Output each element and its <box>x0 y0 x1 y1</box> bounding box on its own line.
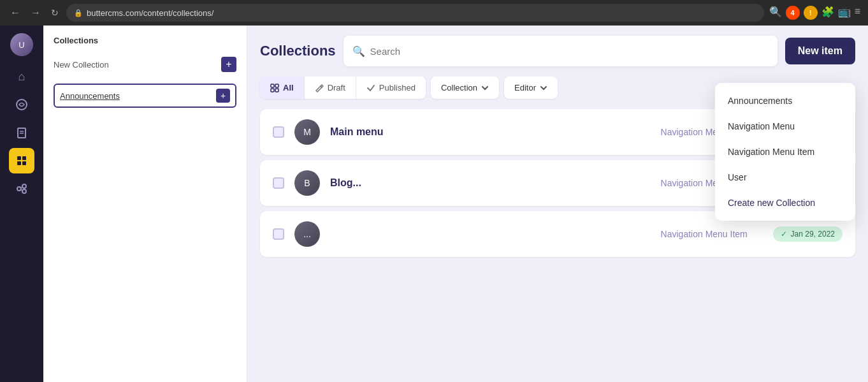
dropdown-item-announcements[interactable]: Announcements <box>715 88 855 114</box>
cast-icon: 📺 <box>838 6 851 20</box>
sidebar-item-pages[interactable] <box>9 120 34 145</box>
sidebar-icons: U ⌂ <box>0 26 43 382</box>
new-collection-add-button[interactable]: + <box>221 57 236 72</box>
editor-filter-label: Editor <box>514 83 536 92</box>
dropdown-item-create-collection[interactable]: Create new Collection <box>715 190 855 216</box>
forward-button[interactable]: → <box>28 4 43 21</box>
back-button[interactable]: ← <box>8 4 23 21</box>
sidebar-item-blog[interactable] <box>9 92 34 117</box>
chevron-down-icon-2 <box>540 84 547 92</box>
svg-point-0 <box>17 99 27 110</box>
row-avatar-inner-2: B <box>294 170 320 196</box>
row-checkbox-3[interactable] <box>273 228 284 240</box>
collection-item-label[interactable]: Announcements <box>60 91 120 101</box>
all-icon <box>270 84 279 92</box>
row-checkbox-2[interactable] <box>273 177 284 189</box>
svg-rect-6 <box>17 161 21 165</box>
draft-icon <box>315 84 324 92</box>
row-avatar-2: B <box>294 170 320 196</box>
published-icon <box>366 84 375 92</box>
row-title-1[interactable]: Main menu <box>330 126 651 138</box>
collection-item-add-button[interactable]: + <box>216 89 230 103</box>
new-collection-label: New Collection <box>54 60 109 70</box>
sidebar-item-home[interactable]: ⌂ <box>9 64 34 89</box>
browser-chrome: ← → ↻ 🔒 buttercms.com/content/collection… <box>0 0 868 26</box>
svg-rect-4 <box>17 156 21 160</box>
dropdown-item-navigation-menu-item[interactable]: Navigation Menu Item <box>715 139 855 165</box>
svg-rect-14 <box>275 84 278 87</box>
collection-filter-label: Collection <box>441 83 477 92</box>
sidebar-item-integrations[interactable] <box>9 176 34 202</box>
status-filter-group: All Draft Published <box>260 77 426 99</box>
svg-line-11 <box>21 187 22 188</box>
editor-filter-dropdown[interactable]: Editor <box>504 77 558 99</box>
svg-line-12 <box>21 189 22 191</box>
row-avatar-inner-1: M <box>294 119 320 145</box>
browser-actions: 🔍 4 ! 🧩 📺 ≡ <box>769 6 860 20</box>
row-checkbox-1[interactable] <box>273 126 284 138</box>
collection-filter-dropdown[interactable]: Collection <box>431 77 499 99</box>
search-icon: 🔍 <box>352 45 365 57</box>
svg-rect-15 <box>271 89 274 92</box>
row-badge-3: ✓ Jan 29, 2022 <box>773 226 843 242</box>
svg-point-9 <box>22 184 26 188</box>
search-bar: 🔍 <box>344 36 778 66</box>
svg-rect-7 <box>22 161 26 165</box>
page-title: Collections <box>260 43 336 59</box>
main-content: Collections 🔍 New item All <box>247 26 868 382</box>
svg-point-10 <box>22 189 26 193</box>
dropdown-item-user[interactable]: User <box>715 165 855 190</box>
row-type-3: Navigation Menu Item <box>661 229 763 239</box>
filter-all-button[interactable]: All <box>260 77 304 99</box>
search-input[interactable] <box>370 46 769 57</box>
svg-rect-5 <box>22 156 26 160</box>
header: Collections 🔍 New item <box>247 26 868 77</box>
filter-published-button[interactable]: Published <box>356 77 426 99</box>
brave-extension: 4 <box>786 6 800 20</box>
warning-extension: ! <box>804 6 818 20</box>
svg-rect-16 <box>275 89 278 92</box>
row-avatar-inner-3: ... <box>294 221 320 247</box>
lock-icon: 🔒 <box>74 9 83 17</box>
new-collection-row: New Collection + <box>54 53 236 76</box>
svg-rect-13 <box>271 84 274 87</box>
filter-all-label: All <box>283 83 294 92</box>
dropdown-item-navigation-menu[interactable]: Navigation Menu <box>715 114 855 139</box>
row-avatar-1: M <box>294 119 320 145</box>
app-wrapper: U ⌂ <box>0 26 868 382</box>
sidebar-item-collections[interactable] <box>9 148 34 173</box>
filter-published-label: Published <box>379 83 416 92</box>
address-bar: 🔒 buttercms.com/content/collections/ <box>66 4 764 22</box>
search-extension-icon: 🔍 <box>769 6 782 20</box>
url-text: buttercms.com/content/collections/ <box>87 8 213 18</box>
row-title-2[interactable]: Blog... <box>330 177 651 189</box>
collections-panel: Collections New Collection + Announcemen… <box>43 26 247 382</box>
puzzle-icon: 🧩 <box>821 6 834 20</box>
avatar[interactable]: U <box>10 33 33 56</box>
row-avatar-3: ... <box>294 221 320 247</box>
row-date-3: Jan 29, 2022 <box>791 230 835 239</box>
svg-point-8 <box>17 187 21 191</box>
check-icon-3: ✓ <box>781 230 787 239</box>
new-item-button[interactable]: New item <box>785 38 855 64</box>
reload-button[interactable]: ↻ <box>48 5 61 20</box>
menu-icon: ≡ <box>855 6 860 20</box>
filter-draft-button[interactable]: Draft <box>305 77 356 99</box>
collections-panel-item: Announcements + <box>54 84 236 108</box>
collection-dropdown-menu: Announcements Navigation Menu Navigation… <box>715 83 855 221</box>
collections-panel-title: Collections <box>54 36 236 45</box>
filter-draft-label: Draft <box>328 83 345 92</box>
chevron-down-icon <box>481 84 489 92</box>
